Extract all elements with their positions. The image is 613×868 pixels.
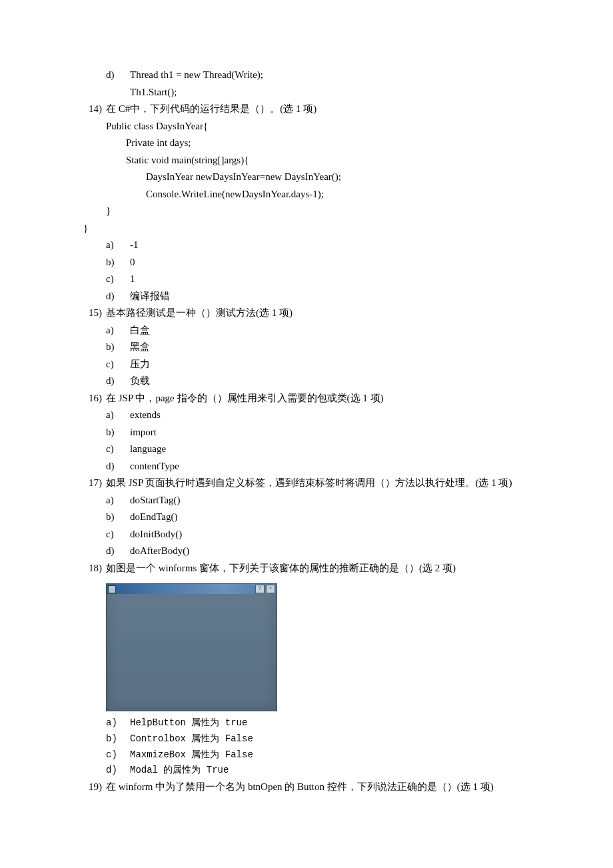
window-buttons: ? ×: [255, 585, 275, 593]
q15-option-c: c) 压力: [83, 356, 530, 373]
question-number: 19): [83, 779, 106, 796]
code-line: Static void main(string[]args){: [83, 152, 530, 169]
option-text: 0: [130, 254, 530, 271]
option-letter: a): [106, 407, 130, 424]
option-text: 白盒: [130, 322, 530, 339]
question-text: 如果 JSP 页面执行时遇到自定义标签，遇到结束标签时将调用（）方法以执行处理。…: [106, 475, 530, 492]
option-text: Th1.Start();: [130, 84, 530, 101]
option-letter: d): [106, 67, 130, 84]
option-text: Controlbox 属性为 False: [130, 731, 530, 747]
option-text: 1: [130, 271, 530, 288]
option-letter: d): [106, 458, 130, 475]
window-titlebar: ? ×: [107, 584, 277, 594]
option-letter: b): [106, 424, 130, 441]
option-letter: a): [106, 237, 130, 254]
option-text: contentType: [130, 458, 530, 475]
option-text: Thread th1 = new Thread(Write);: [130, 67, 530, 84]
q13-option-d-line2: Th1.Start();: [83, 84, 530, 101]
q16-option-a: a) extends: [83, 407, 530, 424]
question-text: 在 C#中，下列代码的运行结果是（）。(选 1 项): [106, 101, 530, 118]
option-letter: d): [106, 373, 130, 390]
q18-option-c: c) MaxmizeBox 属性为 False: [83, 747, 530, 763]
q18-option-b: b) Controlbox 属性为 False: [83, 731, 530, 747]
question-text: 如图是一个 winforms 窗体，下列关于该窗体的属性的推断正确的是（）(选 …: [106, 560, 530, 577]
code-line: Public class DaysInYear{: [83, 118, 530, 135]
q13-option-d: d) Thread th1 = new Thread(Write);: [83, 67, 530, 84]
option-letter: a): [106, 322, 130, 339]
window-system-icon: [108, 585, 116, 593]
question-text: 在 JSP 中，page 指令的（）属性用来引入需要的包或类(选 1 项): [106, 390, 530, 407]
option-text: import: [130, 424, 530, 441]
option-text: HelpButton 属性为 true: [130, 715, 530, 731]
q16: 16) 在 JSP 中，page 指令的（）属性用来引入需要的包或类(选 1 项…: [83, 390, 530, 407]
option-letter: c): [106, 271, 130, 288]
option-text: MaxmizeBox 属性为 False: [130, 747, 530, 763]
q17-option-b: b) doEndTag(): [83, 509, 530, 526]
option-letter: b): [106, 254, 130, 271]
question-number: 14): [83, 101, 106, 118]
q16-option-c: c) language: [83, 441, 530, 458]
option-letter: d): [106, 543, 130, 560]
q15-option-a: a) 白盒: [83, 322, 530, 339]
option-text: 压力: [130, 356, 530, 373]
q18: 18) 如图是一个 winforms 窗体，下列关于该窗体的属性的推断正确的是（…: [83, 560, 530, 577]
code-line: }: [83, 203, 530, 220]
option-letter: b): [106, 509, 130, 526]
question-number: 18): [83, 560, 106, 577]
help-button-icon: ?: [255, 585, 265, 593]
question-number: 16): [83, 390, 106, 407]
code-line: Console.WriteLine(newDaysInYear.days-1);: [83, 186, 530, 203]
option-text: Modal 的属性为 True: [130, 763, 530, 779]
q16-option-d: d) contentType: [83, 458, 530, 475]
code-line: }: [83, 220, 530, 237]
code-line: Private int days;: [83, 135, 530, 152]
q14-option-a: a) -1: [83, 237, 530, 254]
option-text: language: [130, 441, 530, 458]
q18-option-a: a) HelpButton 属性为 true: [83, 715, 530, 731]
q16-option-b: b) import: [83, 424, 530, 441]
q17-option-c: c) doInitBody(): [83, 526, 530, 543]
code-line: DaysInYear newDaysInYear=new DaysInYear(…: [83, 169, 530, 186]
option-text: 编译报错: [130, 288, 530, 305]
option-letter: a): [106, 715, 130, 731]
q15-option-d: d) 负载: [83, 373, 530, 390]
q17-option-a: a) doStartTag(): [83, 492, 530, 509]
option-text: 负载: [130, 373, 530, 390]
option-letter: c): [106, 526, 130, 543]
option-text: 黑盒: [130, 339, 530, 356]
q14-option-b: b) 0: [83, 254, 530, 271]
option-text: -1: [130, 237, 530, 254]
option-text: doEndTag(): [130, 509, 530, 526]
option-letter: d): [106, 288, 130, 305]
option-letter: b): [106, 339, 130, 356]
document-page: d) Thread th1 = new Thread(Write); Th1.S…: [0, 0, 613, 868]
option-letter: d): [106, 763, 130, 779]
q17: 17) 如果 JSP 页面执行时遇到自定义标签，遇到结束标签时将调用（）方法以执…: [83, 475, 530, 492]
option-letter: c): [106, 441, 130, 458]
q14-option-c: c) 1: [83, 271, 530, 288]
option-text: extends: [130, 407, 530, 424]
option-text: doAfterBody(): [130, 543, 530, 560]
question-number: 15): [83, 305, 106, 322]
question-text: 在 winform 中为了禁用一个名为 btnOpen 的 Button 控件，…: [106, 779, 530, 796]
option-letter: c): [106, 747, 130, 763]
option-letter: c): [106, 356, 130, 373]
winforms-window-screenshot: ? ×: [106, 583, 277, 711]
option-text: doInitBody(): [130, 526, 530, 543]
question-number: 17): [83, 475, 106, 492]
q18-option-d: d) Modal 的属性为 True: [83, 763, 530, 779]
option-text: doStartTag(): [130, 492, 530, 509]
q19: 19) 在 winform 中为了禁用一个名为 btnOpen 的 Button…: [83, 779, 530, 796]
close-button-icon: ×: [266, 585, 275, 593]
q15: 15) 基本路径测试是一种（）测试方法(选 1 项): [83, 305, 530, 322]
question-text: 基本路径测试是一种（）测试方法(选 1 项): [106, 305, 530, 322]
q14: 14) 在 C#中，下列代码的运行结果是（）。(选 1 项): [83, 101, 530, 118]
option-letter: b): [106, 731, 130, 747]
q14-option-d: d) 编译报错: [83, 288, 530, 305]
q15-option-b: b) 黑盒: [83, 339, 530, 356]
q17-option-d: d) doAfterBody(): [83, 543, 530, 560]
option-letter: a): [106, 492, 130, 509]
